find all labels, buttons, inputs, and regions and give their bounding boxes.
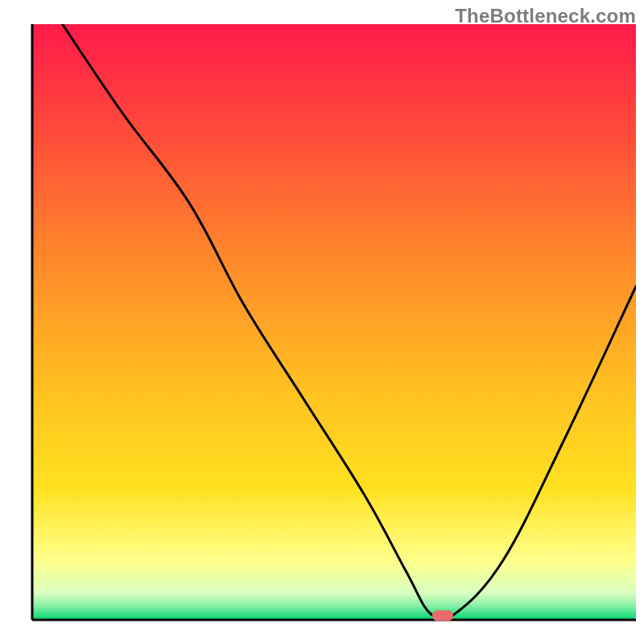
bottleneck-chart: TheBottleneck.com: [0, 0, 644, 644]
watermark-text: TheBottleneck.com: [455, 5, 636, 27]
chart-svg: [0, 0, 644, 644]
optimal-marker: [432, 610, 453, 621]
